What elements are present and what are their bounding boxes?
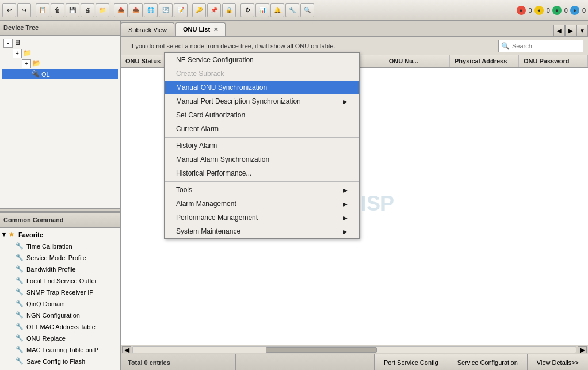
tree-item-root[interactable]: - 🖥 — [2, 38, 118, 48]
wrench-icon-7: 🔧 — [15, 311, 24, 320]
view-details-btn[interactable]: View Details>> — [527, 354, 588, 370]
tab-nav-menu[interactable]: ▼ — [576, 25, 588, 36]
expand-icon: ▾ — [2, 231, 6, 238]
menu-item-historical-perf[interactable]: Historical Performance... — [165, 166, 359, 180]
menu-label-manual-port-desc: Manual Port Description Synchronization — [176, 97, 301, 105]
toolbar-btn-13[interactable]: 🔒 — [222, 3, 236, 17]
menu-item-manual-alarm-sync[interactable]: Manual Alarm Synchronization — [165, 152, 359, 166]
cc-item-ngn[interactable]: 🔧 NGN Configuration — [1, 310, 119, 321]
cc-item-bandwidth[interactable]: 🔧 Bandwidth Profile — [1, 264, 119, 275]
toolbar-btn-1[interactable]: 📋 — [36, 3, 49, 17]
menu-label-set-card-auth: Set Card Authorization — [176, 111, 245, 119]
col-header-physical-address: Physical Address — [450, 55, 519, 67]
tree-expand-root[interactable]: - — [3, 39, 13, 48]
toolbar-btn-2[interactable]: 🗑 — [51, 3, 64, 17]
menu-item-manual-onu-sync[interactable]: Manual ONU Synchronization — [165, 81, 359, 94]
port-service-config-btn[interactable]: Port Service Config — [374, 354, 448, 370]
cc-item-mac-learning[interactable]: 🔧 MAC Learning Table on P — [1, 344, 119, 356]
menu-item-manual-port-desc[interactable]: Manual Port Description Synchronization … — [165, 94, 359, 108]
device-tree-label: Device Tree — [3, 24, 39, 31]
bottom-bar: Total 0 entries Port Service Config Serv… — [121, 354, 588, 370]
toolbar-btn-7[interactable]: 📥 — [129, 3, 143, 17]
tree-item-sub2[interactable]: + 📂 — [2, 59, 118, 69]
cc-label-save-config: Save Config to Flash — [26, 358, 85, 365]
search-input[interactable] — [512, 43, 581, 49]
favorite-icon: ★ — [7, 230, 16, 239]
tree-item-sub1[interactable]: + 📁 — [2, 48, 118, 59]
toolbar-btn-8[interactable]: 🌐 — [144, 3, 158, 17]
toolbar-btn-4[interactable]: 🖨 — [81, 3, 94, 17]
tab-onu-label: ONU List — [183, 26, 210, 33]
menu-label-manual-onu-sync: Manual ONU Synchronization — [176, 83, 267, 91]
menu-item-system-maintenance[interactable]: System Maintenance ▶ — [165, 224, 359, 238]
menu-label-perf-mgmt: Performance Management — [176, 213, 258, 222]
cc-item-onu-replace[interactable]: 🔧 ONU Replace — [1, 333, 119, 344]
wrench-icon-8: 🔧 — [15, 322, 24, 331]
cc-item-time-calibration[interactable]: 🔧 Time Calibration — [1, 241, 119, 252]
service-configuration-btn[interactable]: Service Configuration — [448, 354, 527, 370]
scroll-track[interactable] — [132, 346, 576, 353]
tree-expand-sub2[interactable]: + — [22, 59, 31, 68]
toolbar-btn-14[interactable]: ⚙ — [240, 3, 254, 17]
scroll-thumb[interactable] — [266, 347, 377, 353]
toolbar-btn-3[interactable]: 💾 — [66, 3, 79, 17]
toolbar-btn-17[interactable]: 🔧 — [285, 3, 299, 17]
tab-subrack-view[interactable]: Subrack View — [121, 22, 174, 36]
tab-onu-list[interactable]: ONU List ✕ — [175, 22, 226, 36]
cc-item-save-config[interactable]: 🔧 Save Config to Flash — [1, 356, 119, 367]
menu-item-set-card-auth[interactable]: Set Card Authorization — [165, 108, 359, 122]
tree-item-ol[interactable]: 🔌 OL — [2, 69, 118, 79]
menu-item-alarm-mgmt[interactable]: Alarm Management ▶ — [165, 197, 359, 211]
toolbar-btn-18[interactable]: 🔍 — [300, 3, 314, 17]
toolbar-btn-11[interactable]: 🔑 — [192, 3, 206, 17]
menu-label-current-alarm: Current Alarm — [176, 125, 219, 133]
cc-item-olt-mac[interactable]: 🔧 OLT MAC Address Table — [1, 321, 119, 333]
menu-item-create-subrack: Create Subrack — [165, 67, 359, 81]
menu-item-ne-service-config[interactable]: NE Service Configuration — [165, 53, 359, 67]
menu-item-current-alarm[interactable]: Current Alarm — [165, 122, 359, 136]
toolbar-btn-5[interactable]: 📁 — [96, 3, 109, 17]
favorite-group-header[interactable]: ▾ ★ Favorite — [1, 229, 119, 241]
menu-item-perf-mgmt[interactable]: Performance Management ▶ — [165, 211, 359, 224]
search-input-wrap[interactable]: 🔍 — [498, 40, 583, 52]
scroll-right-btn[interactable]: ▶ — [578, 346, 587, 353]
tab-close-btn[interactable]: ✕ — [213, 26, 218, 33]
wrench-icon-3: 🔧 — [15, 265, 24, 274]
wrench-icon-6: 🔧 — [15, 299, 24, 308]
scroll-left-btn[interactable]: ◀ — [122, 346, 131, 353]
col-header-onu-nu: ONU Nu... — [384, 55, 450, 67]
toolbar-btn-back[interactable]: ↩ — [2, 3, 16, 17]
toolbar-btn-6[interactable]: 📤 — [114, 3, 128, 17]
col-header-onu-password: ONU Password — [519, 55, 588, 67]
folder-icon-1: 📁 — [23, 49, 32, 58]
menu-item-tools[interactable]: Tools ▶ — [165, 183, 359, 197]
common-command-area[interactable]: ▾ ★ Favorite 🔧 Time Calibration 🔧 Servic… — [0, 228, 120, 370]
cc-item-snmp[interactable]: 🔧 SNMP Trap Receiver IP — [1, 287, 119, 298]
toolbar-btn-9[interactable]: 🔄 — [159, 3, 173, 17]
cc-item-service-model[interactable]: 🔧 Service Model Profile — [1, 252, 119, 264]
menu-label-tools: Tools — [176, 186, 192, 194]
menu-label-system-maintenance: System Maintenance — [176, 227, 240, 235]
device-tree-area[interactable]: - 🖥 + 📁 + 📂 🔌 OL — [0, 36, 120, 208]
wrench-icon-9: 🔧 — [15, 334, 24, 343]
menu-separator-2 — [165, 181, 359, 182]
toolbar-btn-12[interactable]: 📌 — [207, 3, 221, 17]
toolbar-btn-16[interactable]: 🔔 — [270, 3, 284, 17]
tab-nav-next[interactable]: ▶ — [565, 25, 576, 36]
horizontal-scrollbar[interactable]: ◀ ▶ — [121, 345, 588, 354]
traffic-light-yellow: ● — [534, 6, 544, 15]
tree-expand-sub1[interactable]: + — [13, 49, 22, 58]
main-layout: Device Tree - 🖥 + 📁 + 📂 🔌 OL — [0, 21, 588, 370]
submenu-arrow-1: ▶ — [343, 98, 348, 105]
traffic-count-red: 0 — [529, 7, 532, 14]
toolbar-btn-forward[interactable]: ↪ — [17, 3, 31, 17]
common-command-label: Common Command — [3, 216, 64, 223]
menu-item-history-alarm[interactable]: History Alarm — [165, 139, 359, 152]
toolbar-btn-10[interactable]: 📝 — [174, 3, 188, 17]
cc-item-qinq[interactable]: 🔧 QinQ Domain — [1, 298, 119, 310]
toolbar-btn-15[interactable]: 📊 — [255, 3, 269, 17]
tab-nav-prev[interactable]: ◀ — [553, 25, 565, 36]
menu-label-manual-alarm-sync: Manual Alarm Synchronization — [176, 155, 269, 163]
cc-item-local-end[interactable]: 🔧 Local End Service Outter — [1, 275, 119, 287]
cc-label-local-end: Local End Service Outter — [26, 277, 97, 284]
